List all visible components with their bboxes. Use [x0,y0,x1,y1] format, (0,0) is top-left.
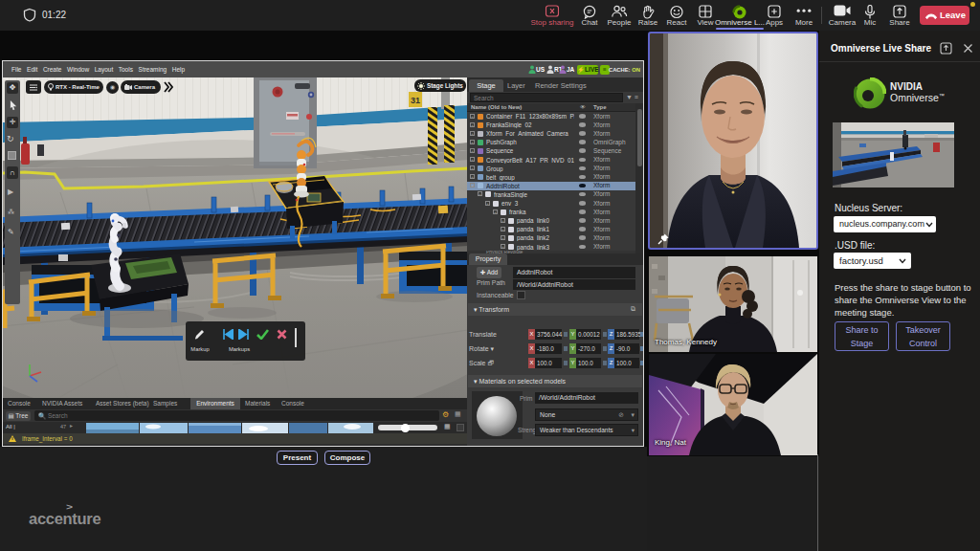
svg-text:31: 31 [411,96,420,105]
